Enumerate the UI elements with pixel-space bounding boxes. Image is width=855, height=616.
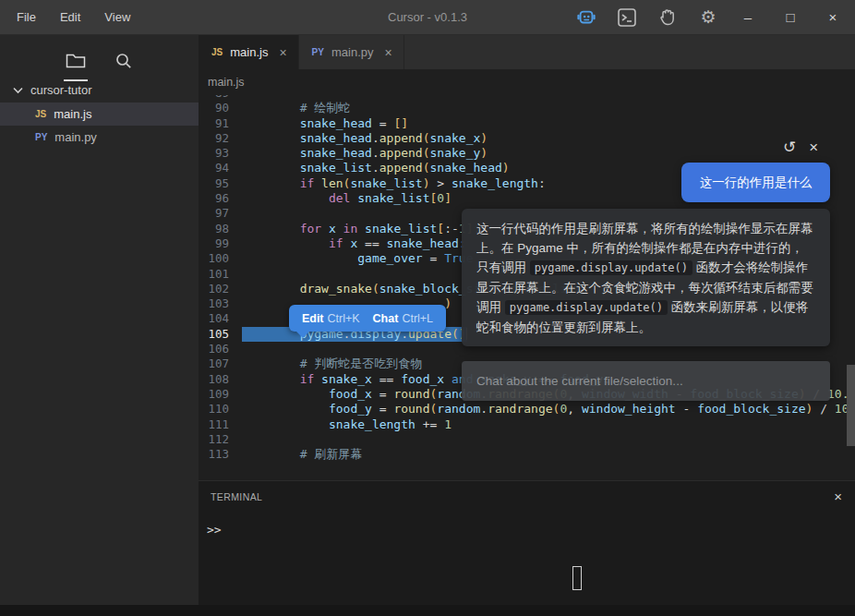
sidebar-item-main.js[interactable]: JSmain.js	[0, 103, 199, 126]
menu-edit[interactable]: Edit	[60, 10, 80, 24]
menu-view[interactable]: View	[104, 10, 130, 24]
edit-action-button[interactable]: EditCtrl+K	[302, 312, 360, 325]
code-line-90[interactable]: 90 # 绘制蛇	[199, 101, 855, 115]
robot-ai-icon[interactable]	[576, 7, 596, 28]
code-line-110[interactable]: 110 food_y = round(random.randrange(0, w…	[199, 402, 855, 417]
code-line-93[interactable]: 93 snake_head.append(snake_y)	[199, 146, 855, 161]
terminal-prompt[interactable]: >>	[199, 504, 855, 537]
py-file-icon: PY	[35, 132, 47, 142]
py-file-icon: PY	[312, 47, 324, 57]
window-bottom-edge	[0, 605, 855, 616]
tab-bar: JSmain.js×PYmain.py×	[199, 35, 855, 69]
tab-close-icon[interactable]: ×	[279, 45, 286, 60]
js-file-icon: JS	[35, 109, 46, 119]
search-icon[interactable]	[110, 46, 138, 76]
settings-gear-icon[interactable]: ⚙	[698, 7, 718, 28]
chat-input-placeholder: Chat about the current file/selection...	[476, 374, 683, 388]
file-tree: JSmain.jsPYmain.py	[0, 103, 199, 149]
tab-main.py[interactable]: PYmain.py×	[299, 35, 404, 69]
code-line-111[interactable]: 111 snake_length += 1	[199, 417, 855, 432]
code-line-113[interactable]: 113 # 刷新屏幕	[199, 447, 855, 462]
menu-bar: File Edit View	[0, 10, 130, 24]
terminal-icon[interactable]	[617, 7, 637, 28]
js-file-icon: JS	[211, 47, 223, 57]
chevron-down-icon	[13, 87, 23, 94]
terminal-cursor	[572, 566, 582, 590]
tab-main.js[interactable]: JSmain.js×	[199, 35, 299, 69]
terminal-close-icon[interactable]: ×	[834, 489, 842, 504]
folder-name: cursor-tutor	[30, 83, 91, 97]
wave-hand-icon[interactable]	[657, 7, 678, 28]
chat-close-icon[interactable]: ×	[809, 139, 818, 157]
chat-history-icon[interactable]: ↺	[783, 138, 796, 157]
maximize-button[interactable]: □	[777, 5, 803, 30]
terminal-panel: TERMINAL × >>	[199, 480, 855, 616]
chat-input[interactable]: Chat about the current file/selection...	[462, 361, 830, 401]
minimize-button[interactable]: –	[735, 5, 761, 30]
folder-row-cursor-tutor[interactable]: cursor-tutor	[0, 76, 199, 103]
explorer-folder-icon[interactable]	[62, 46, 90, 76]
ai-answer-card: 这一行代码的作用是刷新屏幕，将所有的绘制操作显示在屏幕上。在 Pygame 中，…	[462, 209, 830, 346]
user-question-bubble: 这一行的作用是什么	[681, 163, 830, 202]
title-bar: File Edit View Cursor - v0.1.3	[0, 0, 855, 35]
vertical-scrollbar[interactable]	[847, 365, 855, 446]
menu-file[interactable]: File	[17, 10, 36, 24]
tab-close-icon[interactable]: ×	[384, 45, 391, 60]
breadcrumb[interactable]: main.js	[199, 69, 855, 95]
close-window-button[interactable]: ×	[820, 5, 846, 30]
sidebar: cursor-tutor JSmain.jsPYmain.py	[0, 35, 199, 616]
sidebar-item-main.py[interactable]: PYmain.py	[0, 126, 199, 149]
chat-action-button[interactable]: ChatCtrl+L	[373, 312, 433, 325]
inline-action-popup: EditCtrl+K ChatCtrl+L	[289, 305, 446, 332]
code-line-91[interactable]: 91 snake_head = []	[199, 116, 855, 131]
code-line-112[interactable]: 112	[199, 432, 855, 447]
code-line-92[interactable]: 92 snake_head.append(snake_x)	[199, 131, 855, 146]
cursor-app-window: File Edit View Cursor - v0.1.3	[0, 0, 855, 616]
terminal-label: TERMINAL	[211, 491, 262, 502]
